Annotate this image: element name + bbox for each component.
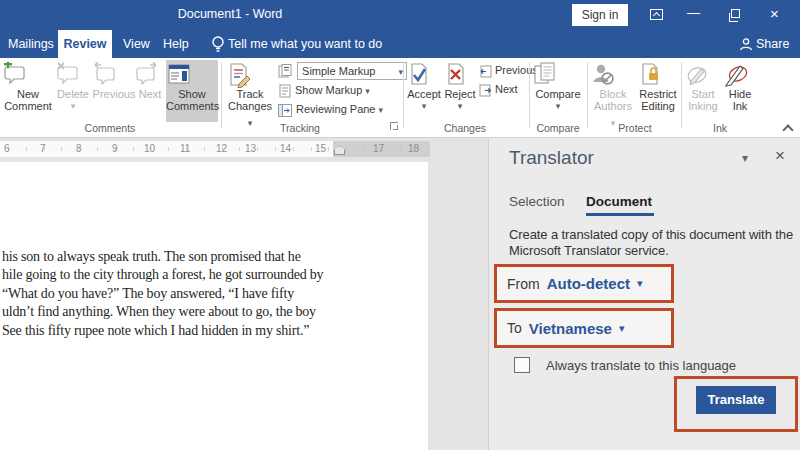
always-translate-checkbox[interactable] <box>514 357 530 373</box>
tab-selection[interactable]: Selection <box>509 194 565 209</box>
tracking-dialog-launcher-icon[interactable] <box>390 122 398 130</box>
start-inking-icon <box>684 62 722 88</box>
show-comments-icon <box>166 62 218 88</box>
ruler-number: 12 <box>216 143 227 154</box>
changes-group-label: Changes <box>420 122 510 134</box>
display-for-review-row: Simple Markup ▾ <box>278 62 407 78</box>
reject-button[interactable]: Reject ▾ <box>443 60 477 111</box>
lightbulb-icon <box>211 35 225 53</box>
ruler-number: 15 <box>315 143 326 154</box>
reviewing-pane-icon <box>278 104 292 117</box>
delete-comment-button[interactable]: Delete ▾ <box>55 60 91 111</box>
restore-icon[interactable] <box>731 9 740 18</box>
horizontal-ruler[interactable]: 6 7 8 9 10 11 12 13 14 15 17 18 <box>0 141 430 157</box>
close-icon[interactable]: × <box>770 7 779 21</box>
translator-pane: Translator ▾ × Selection Document Create… <box>488 138 800 450</box>
tab-mailings[interactable]: Mailings <box>8 30 54 58</box>
share-person-icon <box>739 37 753 51</box>
chevron-down-icon: ▾ <box>379 105 384 115</box>
new-comment-icon <box>2 62 54 88</box>
accept-icon <box>406 62 442 88</box>
ruler-number: 18 <box>408 143 419 154</box>
ruler-number: 11 <box>180 143 190 154</box>
ribbon-tab-row: Mailings Review View Help Tell me what y… <box>0 30 800 58</box>
document-line: hile going to the city through a forest,… <box>2 266 323 284</box>
show-markup-button[interactable]: Show Markup ▾ <box>279 82 370 98</box>
display-for-review-icon <box>278 64 292 78</box>
block-authors-button[interactable]: Block Authors ▾ <box>590 60 636 130</box>
pane-close-icon[interactable]: × <box>775 146 785 166</box>
ribbon-display-options-icon[interactable] <box>650 9 663 20</box>
tab-review[interactable]: Review <box>58 30 112 58</box>
ruler-number: 10 <box>144 143 155 154</box>
pane-title: Translator <box>509 147 594 169</box>
hide-ink-icon <box>723 62 757 88</box>
tab-document[interactable]: Document <box>586 194 652 209</box>
ruler-number: 6 <box>4 143 10 154</box>
ruler-number: 13 <box>245 143 256 154</box>
tracking-group-label: Tracking <box>260 122 340 134</box>
document-text: his son to always speak truth. The son p… <box>2 248 323 340</box>
ruler-number: 9 <box>112 143 118 154</box>
compare-icon <box>532 62 584 88</box>
next-comment-button[interactable]: Next <box>133 60 167 101</box>
document-line: “What do you have?” The boy answered, “I… <box>2 285 323 303</box>
compare-button[interactable]: Compare ▾ <box>532 60 584 111</box>
window-title: Document1 - Word <box>150 7 310 21</box>
reviewing-pane-button[interactable]: Reviewing Pane ▾ <box>278 101 383 117</box>
share-button[interactable]: Share <box>756 30 789 58</box>
show-markup-icon <box>279 84 291 98</box>
from-language-dropdown[interactable]: From Auto-detect ▾ <box>507 267 643 300</box>
restrict-editing-icon <box>637 62 679 88</box>
next-comment-icon <box>133 62 167 88</box>
previous-comment-button[interactable]: Previous <box>92 60 136 101</box>
reject-icon <box>443 62 477 88</box>
pane-options-caret-icon[interactable]: ▾ <box>742 151 748 165</box>
compare-group-label: Compare <box>532 122 584 134</box>
comments-group-label: Comments <box>60 122 160 134</box>
simple-markup-select[interactable]: Simple Markup ▾ <box>297 62 407 80</box>
chevron-down-icon: ▾ <box>365 86 370 96</box>
new-comment-button[interactable]: New Comment <box>2 60 54 112</box>
sign-in-button[interactable]: Sign in <box>572 4 628 26</box>
document-page[interactable]: his son to always speak truth. The son p… <box>0 162 428 450</box>
pane-description: Create a translated copy of this documen… <box>509 227 800 259</box>
ruler-number: 14 <box>280 143 291 154</box>
protect-group-label: Protect <box>600 122 670 134</box>
show-comments-button[interactable]: Show Comments <box>166 60 218 122</box>
document-line: See this fifty rupee note which I had hi… <box>2 322 323 340</box>
track-changes-button[interactable]: Track Changes ▾ <box>226 60 274 130</box>
ruler-number: 17 <box>373 143 384 154</box>
collapse-ribbon-icon[interactable] <box>782 124 793 135</box>
to-label: To <box>507 320 522 336</box>
translate-button[interactable]: Translate <box>696 386 776 414</box>
next-change-icon <box>479 84 492 97</box>
hide-ink-button[interactable]: Hide Ink <box>723 60 757 112</box>
highlight-box-to: To Vietnamese ▾ <box>494 308 674 348</box>
delete-comment-icon <box>55 62 91 88</box>
start-inking-button[interactable]: Start Inking <box>684 60 722 112</box>
tab-view[interactable]: View <box>123 30 150 58</box>
minimize-icon[interactable]: — <box>687 6 700 20</box>
accept-button[interactable]: Accept ▾ <box>406 60 442 111</box>
chevron-down-icon: ▾ <box>619 322 625 335</box>
document-line: uldn’t find anything. When they were abo… <box>2 303 323 321</box>
to-value: Vietnamese <box>529 320 612 337</box>
restrict-editing-button[interactable]: Restrict Editing <box>637 60 679 112</box>
ribbon: New Comment Delete ▾ Previous Next <box>0 58 800 138</box>
ruler-number: 7 <box>40 143 46 154</box>
title-bar: Document1 - Word Sign in — × <box>0 0 800 30</box>
highlight-box-from: From Auto-detect ▾ <box>494 264 674 303</box>
previous-comment-icon <box>92 62 136 88</box>
ink-group-label: Ink <box>700 122 740 134</box>
tell-me-box[interactable]: Tell me what you want to do <box>228 30 382 58</box>
tab-help[interactable]: Help <box>163 30 189 58</box>
always-translate-label: Always translate to this language <box>546 358 736 373</box>
to-language-dropdown[interactable]: To Vietnamese ▾ <box>507 311 624 345</box>
next-change-button[interactable]: Next <box>479 81 518 97</box>
from-label: From <box>507 276 540 292</box>
track-changes-icon <box>226 62 274 88</box>
document-line: his son to always speak truth. The son p… <box>2 248 323 266</box>
ruler-number: 8 <box>76 143 82 154</box>
active-tab-underline <box>586 213 654 216</box>
